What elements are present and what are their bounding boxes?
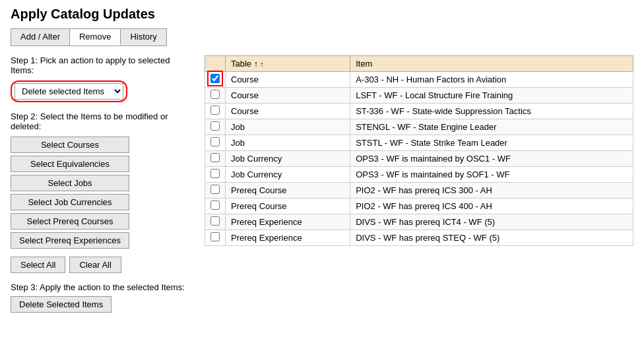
cell-item-6: OPS3 - WF is maintained by SOF1 - WF bbox=[350, 167, 633, 183]
tab-remove[interactable]: Remove bbox=[70, 29, 121, 46]
cell-item-0: A-303 - NH - Human Factors in Aviation bbox=[350, 72, 633, 88]
row-checkbox-2[interactable] bbox=[210, 106, 220, 115]
cell-item-2: ST-336 - WF - State-wide Suppression Tac… bbox=[350, 104, 633, 119]
step2-btn-select-job-currencies[interactable]: Select Job Currencies bbox=[11, 194, 129, 210]
row-checkbox-9[interactable] bbox=[210, 216, 220, 226]
row-checkbox-1[interactable] bbox=[210, 90, 220, 99]
page-title: Apply Catalog Updates bbox=[11, 7, 633, 22]
col-checkbox bbox=[205, 56, 226, 72]
cell-table-8: Prereq Course bbox=[226, 199, 350, 214]
checkbox-cell-3[interactable] bbox=[205, 119, 226, 135]
row-checkbox-4[interactable] bbox=[210, 137, 220, 146]
cell-table-10: Prereq Experience bbox=[226, 230, 350, 246]
checkbox-cell-10[interactable] bbox=[205, 230, 226, 246]
row-checkbox-7[interactable] bbox=[210, 185, 220, 194]
right-panel: Table ↑ Item CourseA-303 - NH - Human Fa… bbox=[205, 55, 633, 246]
action-dropdown[interactable]: Delete selected ItemsDisable selected It… bbox=[15, 83, 123, 100]
step2-btn-select-courses[interactable]: Select Courses bbox=[11, 137, 129, 153]
checkbox-cell-1[interactable] bbox=[205, 88, 226, 104]
checkbox-cell-9[interactable] bbox=[205, 214, 226, 230]
table-row: Job CurrencyOPS3 - WF is maintained by S… bbox=[205, 167, 633, 183]
checkbox-cell-4[interactable] bbox=[205, 135, 226, 151]
step2-btn-select-equivalencies[interactable]: Select Equivalencies bbox=[11, 156, 129, 172]
delete-selected-button[interactable]: Delete Selected Items bbox=[11, 296, 112, 313]
cell-table-9: Prereq Experience bbox=[226, 214, 350, 230]
step3-label: Step 3: Apply the action to the selected… bbox=[11, 282, 189, 292]
table-header-row: Table ↑ Item bbox=[205, 56, 633, 72]
table-row: Prereq ExperienceDIVS - WF has prereq IC… bbox=[205, 214, 633, 230]
table-row: Prereq CoursePIO2 - WF has prereq ICS 40… bbox=[205, 199, 633, 214]
table-row: Prereq ExperienceDIVS - WF has prereq ST… bbox=[205, 230, 633, 246]
action-select-wrapper: Delete selected ItemsDisable selected It… bbox=[11, 80, 127, 102]
cell-table-6: Job Currency bbox=[226, 167, 350, 183]
cell-item-8: PIO2 - WF has prereq ICS 400 - AH bbox=[350, 199, 633, 214]
table-row: Prereq CoursePIO2 - WF has prereq ICS 30… bbox=[205, 183, 633, 199]
checkbox-cell-5[interactable] bbox=[205, 151, 226, 167]
checkbox-cell-0[interactable] bbox=[205, 72, 226, 88]
row-checkbox-10[interactable] bbox=[210, 232, 220, 241]
left-panel: Step 1: Pick an action to apply to selec… bbox=[11, 55, 189, 313]
checkbox-cell-2[interactable] bbox=[205, 104, 226, 119]
cell-table-4: Job bbox=[226, 135, 350, 151]
checkbox-cell-6[interactable] bbox=[205, 167, 226, 183]
tab-history[interactable]: History bbox=[121, 29, 166, 46]
table-row: CourseA-303 - NH - Human Factors in Avia… bbox=[205, 72, 633, 88]
clear-all-button[interactable]: Clear All bbox=[69, 257, 121, 273]
checkbox-cell-8[interactable] bbox=[205, 199, 226, 214]
select-all-button[interactable]: Select All bbox=[11, 257, 65, 273]
step2-btn-select-prereq-experiences[interactable]: Select Prereq Experiences bbox=[11, 232, 129, 249]
cell-table-0: Course bbox=[226, 72, 350, 88]
cell-item-7: PIO2 - WF has prereq ICS 300 - AH bbox=[350, 183, 633, 199]
tabs-bar: Add / AlterRemoveHistory bbox=[11, 28, 167, 46]
checkbox-cell-7[interactable] bbox=[205, 183, 226, 199]
items-table: Table ↑ Item CourseA-303 - NH - Human Fa… bbox=[205, 55, 633, 246]
step2-label: Step 2: Select the Items to be modified … bbox=[11, 111, 189, 131]
table-row: CourseLSFT - WF - Local Structure Fire T… bbox=[205, 88, 633, 104]
cell-table-1: Course bbox=[226, 88, 350, 104]
row-checkbox-0[interactable] bbox=[210, 74, 220, 83]
cell-item-3: STENGL - WF - State Engine Leader bbox=[350, 119, 633, 135]
cell-table-5: Job Currency bbox=[226, 151, 350, 167]
tab-add-alter[interactable]: Add / Alter bbox=[11, 29, 70, 46]
col-item: Item bbox=[350, 56, 633, 72]
table-row: JobSTSTL - WF - State Strike Team Leader bbox=[205, 135, 633, 151]
step2-btn-select-jobs[interactable]: Select Jobs bbox=[11, 175, 129, 191]
step2-buttons: Select CoursesSelect EquivalenciesSelect… bbox=[11, 137, 189, 249]
row-checkbox-6[interactable] bbox=[210, 169, 220, 178]
cell-item-4: STSTL - WF - State Strike Team Leader bbox=[350, 135, 633, 151]
row-checkbox-8[interactable] bbox=[210, 201, 220, 210]
table-row: Job CurrencyOPS3 - WF is maintained by O… bbox=[205, 151, 633, 167]
col-table[interactable]: Table ↑ bbox=[226, 56, 350, 72]
cell-item-10: DIVS - WF has prereq STEQ - WF (5) bbox=[350, 230, 633, 246]
cell-item-5: OPS3 - WF is maintained by OSC1 - WF bbox=[350, 151, 633, 167]
cell-table-3: Job bbox=[226, 119, 350, 135]
cell-item-1: LSFT - WF - Local Structure Fire Trainin… bbox=[350, 88, 633, 104]
step2-btn-select-prereq-courses[interactable]: Select Prereq Courses bbox=[11, 213, 129, 230]
row-checkbox-5[interactable] bbox=[210, 153, 220, 162]
bottom-buttons: Select AllClear All bbox=[11, 257, 189, 273]
table-row: JobSTENGL - WF - State Engine Leader bbox=[205, 119, 633, 135]
cell-table-7: Prereq Course bbox=[226, 183, 350, 199]
table-row: CourseST-336 - WF - State-wide Suppressi… bbox=[205, 104, 633, 119]
cell-item-9: DIVS - WF has prereq ICT4 - WF (5) bbox=[350, 214, 633, 230]
cell-table-2: Course bbox=[226, 104, 350, 119]
step1-label: Step 1: Pick an action to apply to selec… bbox=[11, 55, 189, 75]
row-checkbox-3[interactable] bbox=[210, 121, 220, 131]
